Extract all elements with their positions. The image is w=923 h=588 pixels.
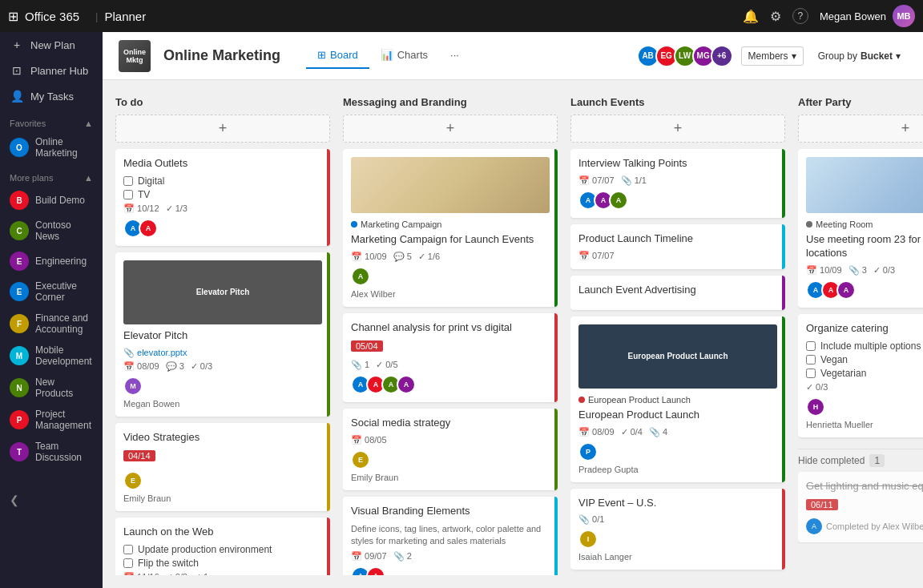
plus-icon: + [446,120,455,137]
card-avatars: M [123,377,322,396]
completed-header[interactable]: Hide completed1▲ [798,449,923,472]
card[interactable]: Social media strategy📅 08/05EEmily Braun… [343,409,558,490]
card-avatar: P [578,442,598,461]
card-avatar: A [609,191,628,210]
notifications-icon[interactable]: 🔔 [743,9,759,24]
sidebar-item-new-products[interactable]: NNew Products [0,372,103,404]
card[interactable]: Marketing Campaign Marketing Campaign fo… [343,149,558,307]
sidebar-item-team-discussion[interactable]: TTeam Discussion [0,436,103,468]
card-top-border [327,252,330,417]
card-top-border [782,316,785,482]
project-title: Online Marketing [163,47,280,64]
card-date: 📅 10/12 [123,203,159,214]
card-tag: Meeting Room [806,219,873,229]
sidebar-item-contoso-news[interactable]: CContoso News [0,215,103,247]
column-title: After Party [798,96,851,108]
card-avatar: E [351,450,370,469]
favorites-collapse[interactable]: ▲ [84,119,93,128]
help-icon[interactable]: ? [792,8,808,24]
more-plans-collapse[interactable]: ▲ [84,173,93,183]
card[interactable]: Elevator PitchElevator Pitch📎 elevator.p… [115,252,330,417]
card[interactable]: European Product Launch European Product… [570,316,785,482]
plan-name: Finance and Accounting [35,312,93,335]
card[interactable]: Launch on the WebUpdate production envir… [115,518,330,575]
tab-board[interactable]: ⊞ Board [306,42,369,69]
more-plans-section: More plans ▲ [0,167,103,186]
plan-color: E [10,282,29,301]
card-top-border [554,409,558,490]
board-icon: ⊞ [317,49,326,61]
card-avatar: H [806,397,825,417]
plan-color: F [10,314,29,333]
sidebar-item-finance-and-accounting[interactable]: FFinance and Accounting [0,308,103,340]
favorites-section: Favorites ▲ [0,112,103,131]
sidebar-item-build-demo[interactable]: BBuild Demo [0,186,103,215]
chevron-left-icon: ❮ [10,493,19,506]
card[interactable]: Launch Event Advertising··· [570,276,785,310]
column-title: Messaging and Branding [343,96,467,108]
card[interactable]: Media OutletsDigitalTV📅 10/12✓ 1/3AA··· [115,149,330,246]
tab-more[interactable]: ··· [439,42,470,69]
column-add-card[interactable]: + [115,115,330,143]
card[interactable]: Visual Branding ElementsDefine icons, ta… [343,497,558,575]
card[interactable]: Video Strategies04/14EEmily Braun··· [115,423,330,511]
plan-name: Mobile Development [35,344,93,367]
card-avatar: E [123,471,143,490]
card-checkbox[interactable]: Update production environment [123,544,322,555]
card-avatars: E [123,471,322,490]
group-by-button[interactable]: Group by Bucket ▾ [812,47,907,65]
card[interactable]: Get lighting and music equipment06/11 A … [798,472,923,542]
sidebar-collapse-btn[interactable]: ❮ [0,484,103,516]
sidebar-item-planner-hub[interactable]: ⊡ Planner Hub [0,58,103,83]
more-plans-list: BBuild DemoCContoso NewsEEngineeringEExe… [0,186,103,468]
plan-name: Engineering [35,256,87,267]
card-avatars: P [578,442,777,461]
checkbox-label: Vegetarian [820,368,866,379]
board-column-messaging: Messaging and Branding+ Marketing Campai… [343,93,558,575]
plan-color: N [10,378,29,397]
card[interactable]: Interview Talking Points📅 07/07📎 1/1AAA·… [570,149,785,218]
sidebar-item-project-management[interactable]: PProject Management [0,404,103,436]
card[interactable]: VIP Event – U.S.📎 0/1IIsaiah Langer··· [570,489,785,570]
card-checkbox[interactable]: Vegetarian [806,368,923,379]
members-button[interactable]: Members ▾ [741,46,804,66]
sidebar-item-new-plan[interactable]: + New Plan [0,32,103,58]
card-avatars: E [351,450,550,469]
card-meta: 📎 1✓ 0/5 [351,360,550,370]
card[interactable]: Organize cateringInclude multiple option… [798,314,923,437]
column-add-card[interactable]: + [798,115,923,143]
project-header: OnlineMktg Online Marketing ⊞ Board 📊 Ch… [103,32,923,80]
avatar-name: Alex Wilber [351,289,550,299]
card-checkbox[interactable]: Digital [123,175,322,187]
card-checkbox[interactable]: TV [123,189,322,200]
card[interactable]: Product Launch Timeline📅 07/07··· [570,224,785,269]
plan-name: Build Demo [35,195,85,206]
card-attach: 📎 1/1 [621,175,647,186]
plan-color: E [10,252,29,271]
card-checkbox[interactable]: Flip the switch [123,558,322,569]
card-title: Interview Talking Points [578,157,777,171]
card-checkbox[interactable]: Include multiple options [806,340,923,352]
plan-color: P [10,410,29,429]
column-title: To do [115,96,143,108]
card-description: Define icons, tag lines, artwork, color … [351,523,550,548]
sidebar-item-engineering[interactable]: EEngineering [0,247,103,276]
sidebar-item-executive-corner[interactable]: EExecutive Corner [0,276,103,308]
settings-icon[interactable]: ⚙ [770,9,781,24]
user-info[interactable]: Megan Bowen MB [820,5,915,27]
card[interactable]: Meeting Room Use meeting room 23 for bra… [798,149,923,308]
column-add-card[interactable]: + [570,115,785,143]
column-add-card[interactable]: + [343,115,558,143]
sidebar-item-my-tasks[interactable]: 👤 My Tasks [0,83,103,109]
favorites-label: Favorites [10,119,46,128]
user-name: Megan Bowen [820,10,886,22]
card-checkbox[interactable]: Vegan [806,354,923,365]
waffle-icon[interactable]: ⊞ [8,9,18,24]
group-by-value: Bucket [861,50,893,62]
sidebar-item-mobile-development[interactable]: MMobile Development [0,340,103,372]
sidebar-item-online-marketing[interactable]: O Online Marketing [0,131,103,163]
tab-charts[interactable]: 📊 Charts [369,42,439,69]
card[interactable]: Channel analysis for print vs digital05/… [343,313,558,402]
card-checklist: ✓ 0/5 [376,360,397,370]
card-meta: 📅 10/09📎 3✓ 0/3 [806,265,923,276]
